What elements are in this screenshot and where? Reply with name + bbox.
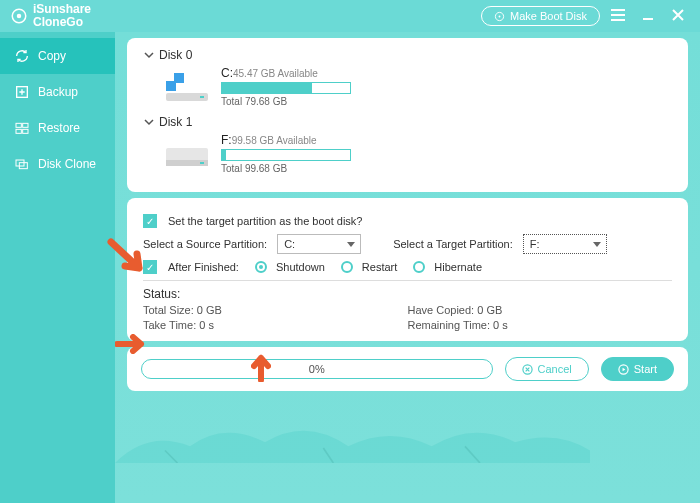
set-boot-checkbox[interactable]: ✓	[143, 214, 157, 228]
status-grid: Total Size: 0 GB Have Copied: 0 GB Take …	[143, 304, 672, 331]
radio-shutdown[interactable]	[255, 261, 267, 273]
menu-icon	[611, 9, 625, 21]
sidebar-item-label: Restore	[38, 121, 80, 135]
radio-restart-label: Restart	[362, 261, 397, 273]
close-icon	[672, 9, 684, 21]
svg-point-1	[17, 14, 22, 19]
drive-icon	[163, 70, 211, 104]
footer-panel: 0% Cancel Start	[127, 347, 688, 391]
svg-rect-12	[166, 73, 174, 81]
sidebar-item-disk-clone[interactable]: Disk Clone	[0, 146, 115, 182]
partition-row-c[interactable]: C:45.47 GB Available Total 79.68 GB	[163, 66, 672, 107]
disk-clone-icon	[14, 156, 30, 172]
cancel-icon	[522, 364, 533, 375]
sidebar-item-label: Copy	[38, 49, 66, 63]
progress-text: 0%	[309, 363, 325, 375]
disk-header-1[interactable]: Disk 1	[143, 115, 672, 129]
sidebar-item-label: Backup	[38, 85, 78, 99]
sidebar-item-restore[interactable]: Restore	[0, 110, 115, 146]
status-remaining: Remaining Time: 0 s	[408, 319, 673, 331]
svg-rect-15	[200, 96, 204, 98]
sidebar: Copy Backup Restore Disk Clone	[0, 32, 115, 503]
source-partition-label: Select a Source Partition:	[143, 238, 267, 250]
status-take-time: Take Time: 0 s	[143, 319, 408, 331]
svg-rect-7	[16, 129, 21, 133]
titlebar: iSunshare CloneGo Make Boot Disk	[0, 0, 700, 32]
sidebar-item-backup[interactable]: Backup	[0, 74, 115, 110]
copy-icon	[14, 48, 30, 64]
restore-icon	[14, 120, 30, 136]
make-boot-disk-button[interactable]: Make Boot Disk	[481, 6, 600, 26]
svg-rect-6	[23, 123, 28, 127]
radio-hibernate-label: Hibernate	[434, 261, 482, 273]
sidebar-item-copy[interactable]: Copy	[0, 38, 115, 74]
drive-icon	[163, 137, 211, 171]
status-total-size: Total Size: 0 GB	[143, 304, 408, 316]
svg-rect-18	[200, 162, 204, 164]
cancel-label: Cancel	[538, 363, 572, 375]
chevron-down-icon	[143, 49, 155, 61]
set-boot-label: Set the target partition as the boot dis…	[168, 215, 362, 227]
svg-rect-13	[176, 83, 184, 91]
start-button[interactable]: Start	[601, 357, 674, 381]
radio-hibernate[interactable]	[413, 261, 425, 273]
cancel-button[interactable]: Cancel	[505, 357, 589, 381]
menu-button[interactable]	[606, 7, 630, 25]
svg-rect-5	[16, 123, 21, 127]
minimize-button[interactable]	[636, 7, 660, 25]
after-finished-label: After Finished:	[168, 261, 239, 273]
make-boot-label: Make Boot Disk	[510, 10, 587, 22]
svg-rect-8	[23, 129, 28, 133]
disk-header-label: Disk 1	[159, 115, 192, 129]
divider	[143, 280, 672, 281]
partition-row-f[interactable]: F:99.58 GB Available Total 99.68 GB	[163, 133, 672, 174]
logo-icon	[10, 7, 28, 25]
after-finished-checkbox[interactable]: ✓	[143, 260, 157, 274]
partition-letter: C:45.47 GB Available	[221, 66, 351, 80]
partition-letter: F:99.58 GB Available	[221, 133, 351, 147]
sidebar-item-label: Disk Clone	[38, 157, 96, 171]
radio-shutdown-label: Shutdown	[276, 261, 325, 273]
partition-total: Total 79.68 GB	[221, 96, 351, 107]
disk-header-0[interactable]: Disk 0	[143, 48, 672, 62]
status-title: Status:	[143, 287, 672, 301]
disk-header-label: Disk 0	[159, 48, 192, 62]
play-icon	[618, 364, 629, 375]
radio-restart[interactable]	[341, 261, 353, 273]
chevron-down-icon	[143, 116, 155, 128]
backup-icon	[14, 84, 30, 100]
app-name-2: CloneGo	[33, 16, 91, 29]
disks-panel: Disk 0 C:45.47 GB Available Total 79.68 …	[127, 38, 688, 192]
target-partition-label: Select a Target Partition:	[393, 238, 513, 250]
usage-bar	[221, 149, 351, 161]
options-panel: ✓ Set the target partition as the boot d…	[127, 198, 688, 341]
decorative-clouds	[115, 413, 590, 463]
usage-bar	[221, 82, 351, 94]
status-have-copied: Have Copied: 0 GB	[408, 304, 673, 316]
app-logo: iSunshare CloneGo	[10, 3, 91, 29]
progress-bar: 0%	[141, 359, 493, 379]
close-button[interactable]	[666, 7, 690, 25]
svg-point-3	[499, 15, 501, 17]
partition-total: Total 99.68 GB	[221, 163, 351, 174]
start-label: Start	[634, 363, 657, 375]
disk-icon	[494, 11, 505, 22]
main-area: Disk 0 C:45.47 GB Available Total 79.68 …	[115, 32, 700, 503]
minimize-icon	[642, 9, 654, 21]
source-partition-select[interactable]: C:	[277, 234, 361, 254]
target-partition-select[interactable]: F:	[523, 234, 607, 254]
